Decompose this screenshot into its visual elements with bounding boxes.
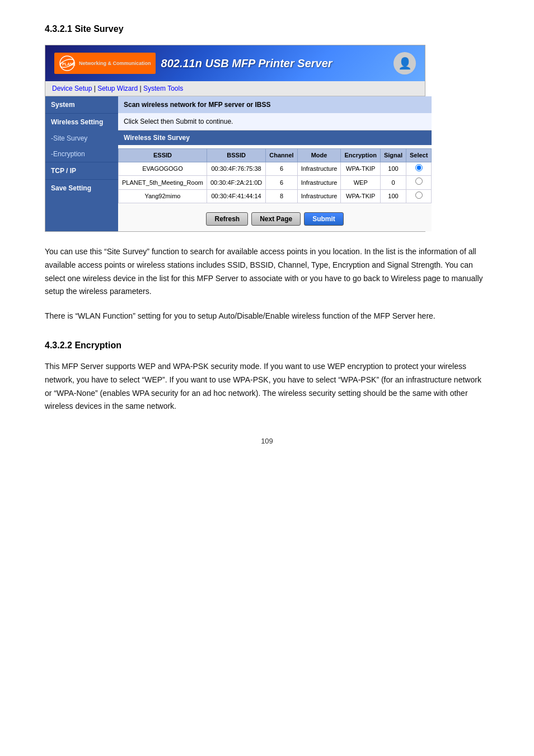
panel-header: PLANET Networking & Communication 802.11… <box>45 45 425 81</box>
select-radio[interactable] <box>415 178 423 185</box>
cell-essid: PLANET_5th_Meeting_Room <box>119 176 207 190</box>
device-panel: PLANET Networking & Communication 802.11… <box>45 45 425 232</box>
sidebar-item-encryption[interactable]: -Encryption <box>45 146 118 162</box>
panel-header-left: PLANET Networking & Communication 802.11… <box>54 53 332 74</box>
panel-title: 802.11n USB MFP Printer Server <box>161 55 332 72</box>
cell-bssid: 00:30:4F:76:75:38 <box>207 162 265 176</box>
cell-mode: Infrastructure <box>297 162 341 176</box>
cell-select[interactable] <box>406 189 431 203</box>
nav-system-tools[interactable]: System Tools <box>143 85 183 92</box>
button-row: Refresh Next Page Submit <box>118 207 432 231</box>
cell-channel: 6 <box>266 162 297 176</box>
refresh-button[interactable]: Refresh <box>206 212 248 226</box>
cell-signal: 100 <box>380 162 406 176</box>
sidebar-save: Save Setting <box>45 180 118 197</box>
cell-channel: 8 <box>266 189 297 203</box>
sidebar-wireless: Wireless Setting <box>45 114 118 130</box>
table-row: Yang92mimo00:30:4F:41:44:148Infrastructu… <box>119 189 432 203</box>
cell-channel: 6 <box>266 176 297 190</box>
cell-essid: Yang92mimo <box>119 189 207 203</box>
planet-logo: PLANET Networking & Communication <box>54 53 156 74</box>
svg-text:PLANET: PLANET <box>62 62 76 66</box>
content-instructions: Click Select then Submit to continue. <box>118 113 432 130</box>
content-subtitle: Wireless Site Survey <box>118 130 432 145</box>
planet-tagline: Networking & Communication <box>79 61 151 66</box>
nav-device-setup[interactable]: Device Setup <box>52 85 92 92</box>
cell-signal: 0 <box>380 176 406 190</box>
select-radio[interactable] <box>415 192 423 199</box>
col-mode: Mode <box>297 149 341 162</box>
sidebar: System Wireless Setting -Site Survey -En… <box>45 96 118 231</box>
section2-title: 4.3.2.2 Encryption <box>45 339 489 352</box>
cell-select[interactable] <box>406 176 431 190</box>
col-bssid: BSSID <box>207 149 265 162</box>
cell-select[interactable] <box>406 162 431 176</box>
panel-body: System Wireless Setting -Site Survey -En… <box>45 96 425 231</box>
col-channel: Channel <box>266 149 297 162</box>
sidebar-item-site-survey[interactable]: -Site Survey <box>45 130 118 146</box>
submit-button[interactable]: Submit <box>304 212 344 226</box>
col-select: Select <box>406 149 431 162</box>
cell-bssid: 00:30:4F:2A:21:0D <box>207 176 265 190</box>
panel-nav: Device Setup | Setup Wizard | System Too… <box>45 81 425 96</box>
sidebar-system: System <box>45 96 118 113</box>
body-text-2: There is “WLAN Function” setting for you… <box>45 310 489 323</box>
panel-avatar: 👤 <box>394 52 416 74</box>
planet-logo-icon: PLANET <box>59 55 76 72</box>
select-radio[interactable] <box>415 164 423 171</box>
survey-table: ESSID BSSID Channel Mode Encryption Sign… <box>118 148 432 203</box>
col-encryption: Encryption <box>341 149 380 162</box>
section-title: 4.3.2.1 Site Survey <box>45 22 489 36</box>
cell-encryption: WPA-TKIP <box>341 162 380 176</box>
main-content: Scan wireless network for MFP server or … <box>118 96 432 231</box>
cell-essid: EVAGOGOGO <box>119 162 207 176</box>
cell-encryption: WPA-TKIP <box>341 189 380 203</box>
cell-mode: Infrastructure <box>297 176 341 190</box>
col-essid: ESSID <box>119 149 207 162</box>
cell-mode: Infrastructure <box>297 189 341 203</box>
col-signal: Signal <box>380 149 406 162</box>
cell-signal: 100 <box>380 189 406 203</box>
body-text-1: You can use this “Site Survey” function … <box>45 245 489 298</box>
page-number: 109 <box>45 436 489 447</box>
cell-bssid: 00:30:4F:41:44:14 <box>207 189 265 203</box>
table-header-row: ESSID BSSID Channel Mode Encryption Sign… <box>119 149 432 162</box>
content-header: Scan wireless network for MFP server or … <box>118 96 432 113</box>
sidebar-tcpip: TCP / IP <box>45 162 118 179</box>
table-row: PLANET_5th_Meeting_Room00:30:4F:2A:21:0D… <box>119 176 432 190</box>
cell-encryption: WEP <box>341 176 380 190</box>
next-page-button[interactable]: Next Page <box>251 212 301 226</box>
nav-setup-wizard[interactable]: Setup Wizard <box>97 85 138 92</box>
body-text-3: This MFP Server supports WEP and WPA-PSK… <box>45 360 489 413</box>
table-row: EVAGOGOGO00:30:4F:76:75:386Infrastructur… <box>119 162 432 176</box>
